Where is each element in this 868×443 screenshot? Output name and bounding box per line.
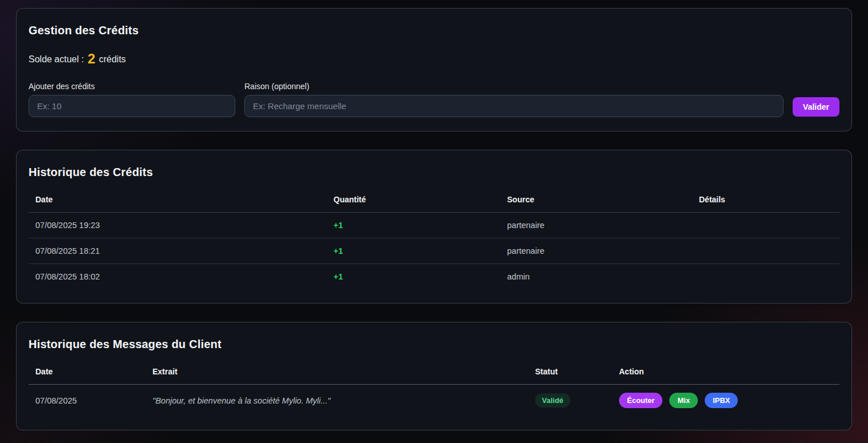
client-credits-page: Gestion des Crédits Solde actuel : 2 cré… <box>0 0 868 430</box>
column-header-date: Date <box>29 360 146 385</box>
submit-credits-button[interactable]: Valider <box>793 97 839 117</box>
source-cell: partenaire <box>500 213 692 238</box>
column-header-action: Action <box>612 360 839 385</box>
message-row: 07/08/2025 "Bonjour, et bienvenue à la s… <box>29 385 839 417</box>
date-cell: 07/08/2025 19:23 <box>29 213 327 238</box>
quantity-cell: +1 <box>327 238 500 264</box>
add-credits-label: Ajouter des crédits <box>29 82 235 91</box>
client-messages-panel: Historique des Messages du Client Date E… <box>16 322 852 430</box>
credits-history-table: Date Quantité Source Détails 07/08/2025 … <box>29 188 839 289</box>
add-credits-form: Ajouter des crédits Raison (optionnel) V… <box>29 82 839 117</box>
source-cell: partenaire <box>500 238 692 264</box>
balance-suffix: crédits <box>99 54 126 64</box>
details-cell <box>692 213 839 238</box>
credit-history-row: 07/08/2025 18:02 +1 admin <box>29 264 839 290</box>
details-cell <box>692 238 839 264</box>
quantity-cell: +1 <box>327 264 500 290</box>
status-cell: Validé <box>528 385 612 417</box>
actions-cell: Écouter Mix IPBX <box>612 385 839 417</box>
client-messages-title: Historique des Messages du Client <box>29 338 839 351</box>
credit-history-row: 07/08/2025 18:21 +1 partenaire <box>29 238 839 264</box>
column-header-date: Date <box>29 188 327 213</box>
current-balance: Solde actuel : 2 crédits <box>29 51 839 67</box>
amount-field-group: Ajouter des crédits <box>29 82 235 117</box>
credits-management-panel: Gestion des Crédits Solde actuel : 2 cré… <box>16 8 852 131</box>
credits-history-title: Historique des Crédits <box>29 166 839 179</box>
credits-history-panel: Historique des Crédits Date Quantité Sou… <box>16 150 852 304</box>
date-cell: 07/08/2025 18:21 <box>29 238 327 264</box>
reason-field-group: Raison (optionnel) <box>244 82 783 117</box>
add-credits-input[interactable] <box>29 95 235 117</box>
credits-management-title: Gestion des Crédits <box>29 24 839 37</box>
reason-label: Raison (optionnel) <box>244 82 783 91</box>
column-header-details: Détails <box>692 188 839 213</box>
status-badge: Validé <box>535 393 570 408</box>
column-header-source: Source <box>500 188 692 213</box>
balance-value: 2 <box>87 51 95 66</box>
balance-prefix: Solde actuel : <box>29 54 84 64</box>
mix-button[interactable]: Mix <box>669 393 698 408</box>
source-cell: admin <box>500 264 692 290</box>
listen-button[interactable]: Écouter <box>619 393 662 408</box>
credit-history-row: 07/08/2025 19:23 +1 partenaire <box>29 213 839 238</box>
date-cell: 07/08/2025 18:02 <box>29 264 327 290</box>
column-header-excerpt: Extrait <box>146 360 528 385</box>
excerpt-cell: "Bonjour, et bienvenue à la société Myli… <box>146 385 528 417</box>
reason-input[interactable] <box>244 95 783 117</box>
details-cell <box>692 264 839 290</box>
quantity-cell: +1 <box>327 213 500 238</box>
column-header-quantity: Quantité <box>327 188 500 213</box>
ipbx-button[interactable]: IPBX <box>705 393 738 408</box>
date-cell: 07/08/2025 <box>29 385 146 417</box>
client-messages-table: Date Extrait Statut Action 07/08/2025 "B… <box>29 360 839 416</box>
credits-history-header-row: Date Quantité Source Détails <box>29 188 839 213</box>
column-header-status: Statut <box>528 360 612 385</box>
messages-header-row: Date Extrait Statut Action <box>29 360 839 385</box>
